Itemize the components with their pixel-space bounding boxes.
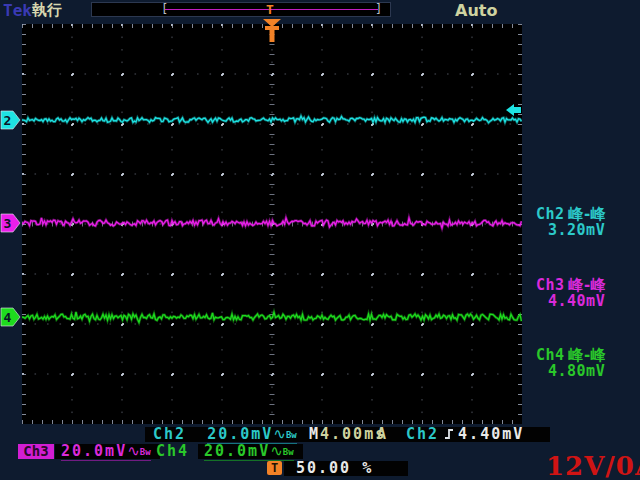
channel-badge-3: 3 [1, 214, 20, 232]
measurement-value: 4.40mV [536, 293, 640, 309]
ch2-scale-value: 20.0mV [207, 425, 273, 443]
record-trigger-marker-icon: T [266, 2, 274, 17]
horizontal-position-readout: 50.00 % [284, 461, 408, 476]
ch4-scale-readout: 20.0mV∿Bw [198, 444, 303, 459]
channel-badge-4: 4 [1, 308, 20, 326]
ch4-label: Ch4 [156, 444, 189, 459]
ac-coupling-icon: ∿ [273, 425, 286, 443]
svg-text:2: 2 [4, 113, 12, 128]
ch3-selected-badge: Ch3 [18, 444, 54, 459]
channel-badge-2: 2 [1, 111, 20, 129]
rising-edge-icon [443, 427, 454, 440]
measurement-ch4: Ch4峰-峰 4.80mV [536, 347, 640, 379]
trigger-type-label: A [377, 427, 388, 442]
measurement-value: 3.20mV [536, 222, 640, 238]
run-status-label: 執行 [32, 1, 62, 20]
ac-coupling-icon: ∿ [270, 442, 283, 460]
bandwidth-limit-icon: Bw [286, 430, 297, 440]
trigger-source-label: Ch2 [406, 425, 439, 443]
record-view-bar: [ ] T [91, 2, 391, 17]
ch4-scale-value: 20.0mV [204, 442, 270, 460]
timebase-prefix: M [309, 425, 320, 443]
trace-plot [22, 24, 522, 424]
record-window-right-bracket: ] [375, 2, 382, 16]
ch2-scale-readout: Ch2 20.0mV∿Bw [145, 427, 317, 442]
trigger-level-value: 4.40mV [458, 425, 524, 443]
psu-readout-label: 12V/0A [546, 451, 640, 480]
bandwidth-limit-icon: Bw [283, 447, 294, 457]
oscilloscope-display: Tek 執行 [ ] T Auto 234 Ch2峰-峰 3.20mV Ch3峰… [0, 0, 640, 480]
acquire-mode-label: Auto [455, 1, 497, 20]
trigger-readout: Ch24.40mV [394, 427, 550, 442]
horizontal-trigger-icon: T [267, 461, 282, 475]
brand-label: Tek [3, 1, 32, 20]
ac-coupling-icon: ∿ [127, 442, 140, 460]
graticule [22, 24, 522, 424]
ch3-scale-readout: 20.0mV∿Bw [55, 444, 160, 459]
measurement-ch2: Ch2峰-峰 3.20mV [536, 206, 640, 238]
measurement-value: 4.80mV [536, 363, 640, 379]
svg-text:4: 4 [4, 310, 12, 325]
ch3-scale-value: 20.0mV [61, 442, 127, 460]
measurement-ch3: Ch3峰-峰 4.40mV [536, 277, 640, 309]
bandwidth-limit-icon: Bw [140, 447, 151, 457]
svg-text:3: 3 [4, 216, 12, 231]
ch2-label: Ch2 [153, 425, 186, 443]
